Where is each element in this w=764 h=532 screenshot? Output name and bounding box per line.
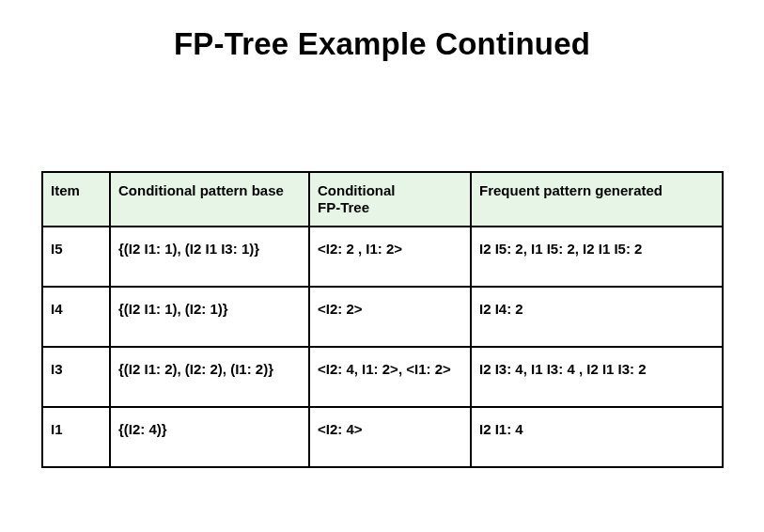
cell-cpb: {(I2 I1: 2), (I2: 2), (I1: 2)} (110, 347, 309, 407)
cell-cpb: {(I2 I1: 1), (I2: 1)} (110, 287, 309, 347)
fp-tree-table-container: Item Conditional pattern base Conditiona… (41, 171, 722, 468)
col-header-cpb: Conditional pattern base (110, 172, 309, 227)
table-row: I4 {(I2 I1: 1), (I2: 1)} <I2: 2> I2 I4: … (42, 287, 723, 347)
cell-cpb: {(I2: 4)} (110, 407, 309, 467)
col-header-fpg: Frequent pattern generated (471, 172, 723, 227)
table-row: I1 {(I2: 4)} <I2: 4> I2 I1: 4 (42, 407, 723, 467)
col-header-cft-line2: FP-Tree (318, 199, 369, 215)
cell-cft: <I2: 4> (309, 407, 471, 467)
cell-fpg: I2 I1: 4 (471, 407, 723, 467)
table-header-row: Item Conditional pattern base Conditiona… (42, 172, 723, 227)
col-header-cft: Conditional FP-Tree (309, 172, 471, 227)
cell-cpb: {(I2 I1: 1), (I2 I1 I3: 1)} (110, 227, 309, 287)
cell-fpg: I2 I4: 2 (471, 287, 723, 347)
col-header-cft-line1: Conditional (318, 182, 396, 198)
cell-item: I4 (42, 287, 110, 347)
table-row: I3 {(I2 I1: 2), (I2: 2), (I1: 2)} <I2: 4… (42, 347, 723, 407)
cell-item: I5 (42, 227, 110, 287)
table-row: I5 {(I2 I1: 1), (I2 I1 I3: 1)} <I2: 2 , … (42, 227, 723, 287)
slide-title: FP-Tree Example Continued (0, 0, 764, 62)
col-header-item: Item (42, 172, 110, 227)
slide: FP-Tree Example Continued Item Condition… (0, 0, 764, 532)
fp-tree-table: Item Conditional pattern base Conditiona… (41, 171, 724, 468)
cell-cft: <I2: 2> (309, 287, 471, 347)
cell-cft: <I2: 4, I1: 2>, <I1: 2> (309, 347, 471, 407)
cell-fpg: I2 I5: 2, I1 I5: 2, I2 I1 I5: 2 (471, 227, 723, 287)
cell-fpg: I2 I3: 4, I1 I3: 4 , I2 I1 I3: 2 (471, 347, 723, 407)
cell-item: I1 (42, 407, 110, 467)
cell-item: I3 (42, 347, 110, 407)
cell-cft: <I2: 2 , I1: 2> (309, 227, 471, 287)
